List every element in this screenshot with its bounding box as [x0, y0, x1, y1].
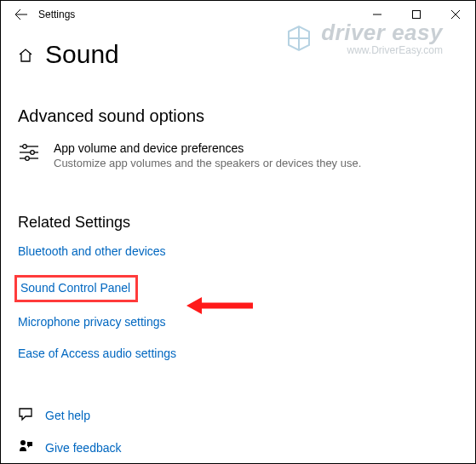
feedback-icon	[18, 438, 33, 457]
ease-of-access-link[interactable]: Ease of Access audio settings	[18, 347, 176, 360]
related-heading: Related Settings	[18, 214, 458, 232]
bluetooth-link[interactable]: Bluetooth and other devices	[18, 244, 166, 258]
back-arrow-icon	[14, 8, 28, 21]
svg-point-8	[20, 440, 26, 445]
advanced-heading: Advanced sound options	[18, 106, 458, 126]
bottom-links: Get help Give feedback	[18, 406, 458, 457]
main-content: Advanced sound options App volume and de…	[1, 72, 475, 464]
svg-rect-1	[413, 11, 421, 19]
sound-control-panel-link[interactable]: Sound Control Panel	[14, 275, 138, 302]
chat-icon	[18, 406, 33, 425]
back-button[interactable]	[8, 1, 35, 28]
window-controls	[358, 1, 475, 28]
page-header: Sound	[1, 28, 475, 72]
maximize-icon	[412, 10, 421, 19]
microphone-privacy-link[interactable]: Microphone privacy settings	[18, 315, 166, 329]
close-icon	[451, 10, 460, 19]
give-feedback-link[interactable]: Give feedback	[18, 438, 458, 457]
app-title: Settings	[38, 9, 75, 20]
app-volume-preferences[interactable]: App volume and device preferences Custom…	[18, 141, 458, 169]
pref-title: App volume and device preferences	[54, 141, 361, 155]
titlebar: Settings	[1, 1, 475, 28]
sliders-icon	[18, 143, 40, 165]
pref-desc: Customize app volumes and the speakers o…	[54, 157, 361, 169]
minimize-button[interactable]	[358, 1, 397, 28]
home-icon[interactable]	[18, 48, 33, 66]
page-title: Sound	[45, 40, 119, 69]
svg-point-5	[31, 151, 35, 155]
svg-point-7	[26, 157, 30, 161]
get-help-label: Get help	[45, 409, 90, 422]
close-button[interactable]	[436, 1, 475, 28]
minimize-icon	[373, 10, 381, 19]
maximize-button[interactable]	[397, 1, 436, 28]
svg-point-3	[23, 145, 27, 149]
feedback-label: Give feedback	[45, 441, 122, 455]
get-help-link[interactable]: Get help	[18, 406, 458, 425]
